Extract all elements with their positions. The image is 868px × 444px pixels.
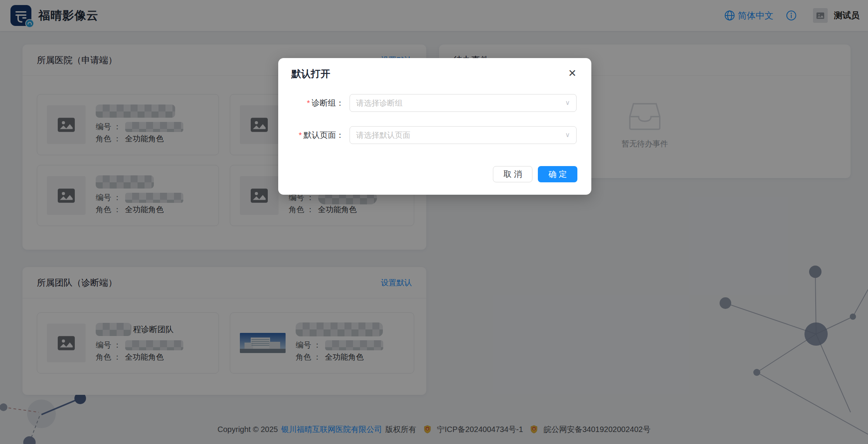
chevron-down-icon: ∨ (565, 131, 570, 139)
diagnosis-group-placeholder: 请选择诊断组 (356, 98, 403, 108)
diagnosis-group-row: *诊断组： 请选择诊断组 ∨ (291, 94, 577, 112)
page: 福晴影像云 简体中文 测试员 (0, 0, 868, 444)
chevron-down-icon: ∨ (565, 99, 570, 107)
default-open-modal: 默认打开 ✕ *诊断组： 请选择诊断组 ∨ *默认页面： 请选择默认页面 ∨ (278, 58, 591, 195)
required-mark: * (307, 98, 310, 107)
default-page-label: *默认页面： (291, 130, 350, 141)
cancel-button[interactable]: 取 消 (493, 166, 532, 182)
confirm-button[interactable]: 确 定 (538, 166, 577, 182)
close-icon[interactable]: ✕ (566, 67, 579, 80)
default-page-select[interactable]: 请选择默认页面 ∨ (350, 126, 577, 144)
required-mark: * (299, 130, 302, 139)
diagnosis-group-select[interactable]: 请选择诊断组 ∨ (350, 94, 577, 112)
modal-title: 默认打开 (291, 67, 330, 80)
default-page-row: *默认页面： 请选择默认页面 ∨ (291, 126, 577, 144)
default-page-placeholder: 请选择默认页面 (356, 130, 410, 141)
diagnosis-group-label: *诊断组： (291, 98, 350, 108)
